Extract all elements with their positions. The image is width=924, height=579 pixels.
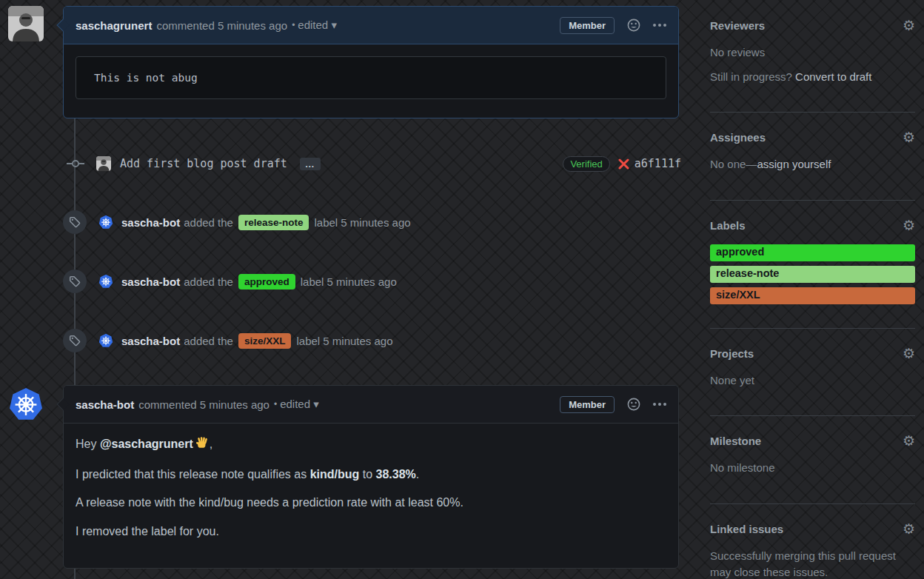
comment-timestamp[interactable]: commented 5 minutes ago — [138, 398, 270, 411]
tag-icon — [69, 275, 81, 287]
code-block: This is not abug — [76, 56, 666, 99]
event-text: added the — [184, 216, 233, 229]
member-badge: Member — [560, 17, 615, 34]
milestone-title: Milestone — [710, 435, 761, 447]
projects-title: Projects — [710, 347, 754, 360]
comment-saschagrunert: saschagrunert commented 5 minutes ago • … — [63, 6, 679, 118]
event-time-text: label 5 minutes ago — [314, 216, 410, 229]
dot-separator: • — [274, 399, 277, 409]
comment-body: Hey @saschagrunert, I predicted that thi… — [64, 424, 678, 563]
event-text: added the — [184, 335, 233, 347]
kebab-icon — [658, 403, 661, 406]
comment-header: saschagrunert commented 5 minutes ago • … — [64, 7, 678, 44]
convert-to-draft-link[interactable]: Convert to draft — [795, 70, 871, 83]
avatar-sascha-bot[interactable] — [8, 386, 44, 422]
event-actor-link[interactable]: sascha-bot — [121, 275, 180, 288]
sidebar-label-size-xxl[interactable]: size/XXL — [710, 287, 915, 304]
comment-sascha-bot: sascha-bot commented 5 minutes ago • edi… — [63, 385, 679, 569]
gear-icon[interactable]: ⚙ — [903, 347, 915, 361]
comment-timestamp[interactable]: commented 5 minutes ago — [156, 19, 287, 32]
status-failed-x-icon[interactable] — [618, 158, 629, 170]
event-time-text: label 5 minutes ago — [296, 335, 392, 347]
event-text: added the — [184, 275, 233, 288]
gear-icon[interactable]: ⚙ — [903, 130, 915, 144]
kebab-icon — [658, 24, 661, 27]
avatar-saschagrunert[interactable] — [8, 6, 44, 41]
smiley-icon — [627, 19, 640, 32]
gear-icon[interactable]: ⚙ — [903, 522, 915, 536]
comment-options-button[interactable] — [653, 403, 666, 406]
member-badge: Member — [560, 396, 615, 413]
sidebar-section-reviewers: Reviewers ⚙ No reviews Still in progress… — [710, 0, 915, 113]
projects-empty-text: None yet — [710, 372, 915, 389]
sidebar-section-assignees: Assignees ⚙ No one—assign yourself — [710, 113, 915, 201]
timeline-event-label-added: sascha-bot added the release-note label … — [63, 210, 681, 234]
commit-sha-link[interactable]: a6f111f — [635, 157, 681, 170]
event-actor-link[interactable]: sascha-bot — [121, 216, 180, 229]
labels-title: Labels — [710, 219, 746, 232]
assign-yourself-link[interactable]: assign yourself — [757, 158, 831, 170]
timeline-event-label-added: sascha-bot added the size/XXL label 5 mi… — [63, 329, 681, 352]
event-time-text: label 5 minutes ago — [301, 275, 397, 288]
sidebar-label-approved[interactable]: approved — [710, 244, 915, 261]
event-icon-circle — [63, 210, 87, 234]
comment-caret — [57, 398, 70, 411]
smiley-icon — [627, 398, 640, 411]
add-reaction-button[interactable] — [627, 398, 640, 411]
linked-issues-desc: Successfully merging this pull request m… — [710, 548, 915, 579]
comment-header: sascha-bot commented 5 minutes ago • edi… — [64, 386, 678, 424]
comment-body: This is not abug — [64, 44, 678, 111]
reviewers-title: Reviewers — [710, 19, 765, 32]
gear-icon[interactable]: ⚙ — [903, 434, 915, 448]
commit-author-avatar[interactable] — [96, 156, 111, 171]
comment-paragraph: I removed the label for you. — [76, 523, 666, 540]
event-icon-circle — [63, 270, 87, 293]
draft-hint: Still in progress? Convert to draft — [710, 69, 915, 86]
milestone-empty-text: No milestone — [710, 460, 915, 477]
sidebar-section-milestone: Milestone ⚙ No milestone — [710, 416, 915, 504]
sidebar: Reviewers ⚙ No reviews Still in progress… — [710, 0, 915, 579]
git-commit-icon — [63, 158, 88, 170]
sidebar-section-projects: Projects ⚙ None yet — [710, 329, 915, 417]
gear-icon[interactable]: ⚙ — [903, 218, 915, 232]
tag-icon — [69, 335, 81, 347]
event-icon-circle — [63, 329, 87, 352]
add-reaction-button[interactable] — [627, 19, 640, 32]
comment-options-button[interactable] — [653, 24, 666, 27]
event-actor-link[interactable]: sascha-bot — [121, 335, 180, 347]
bot-avatar[interactable] — [98, 274, 113, 289]
reviewers-empty-text: No reviews — [710, 44, 915, 61]
person-avatar-image — [8, 6, 44, 41]
sidebar-section-labels: Labels ⚙ approved release-note size/XXL — [710, 201, 915, 329]
mention-link[interactable]: @saschagrunert — [100, 438, 193, 450]
dot-separator: • — [292, 20, 295, 30]
label-pill[interactable]: approved — [238, 274, 295, 290]
edited-dropdown[interactable]: edited ▾ — [280, 398, 319, 411]
comment-paragraph: A release note with the kind/bug needs a… — [76, 494, 666, 511]
tag-icon — [69, 216, 81, 228]
timeline-event-label-added: sascha-bot added the approved label 5 mi… — [63, 270, 681, 293]
sidebar-section-linked-issues: Linked issues ⚙ Successfully merging thi… — [710, 504, 915, 579]
sidebar-label-release-note[interactable]: release-note — [710, 266, 915, 283]
person-avatar-image — [96, 156, 111, 171]
verified-badge[interactable]: Verified — [563, 156, 609, 172]
commit-expander-button[interactable]: … — [300, 158, 321, 170]
comment-caret — [57, 19, 70, 32]
commit-message-link[interactable]: Add first blog post draft — [120, 157, 287, 170]
bold-text: 38.38% — [376, 468, 416, 481]
bot-avatar[interactable] — [98, 333, 113, 348]
bot-avatar[interactable] — [98, 215, 113, 230]
wave-emoji-icon — [195, 436, 210, 455]
assignees-empty-text: No one—assign yourself — [710, 156, 915, 173]
bold-text: kind/bug — [310, 468, 360, 481]
comment-paragraph: I predicted that this release note quali… — [76, 466, 666, 483]
comment-author-link[interactable]: sascha-bot — [76, 398, 134, 411]
gear-icon[interactable]: ⚙ — [903, 19, 915, 33]
comment-paragraph: Hey @saschagrunert, — [76, 435, 666, 455]
label-pill[interactable]: size/XXL — [238, 333, 292, 349]
edited-dropdown[interactable]: edited ▾ — [298, 19, 337, 32]
linked-issues-title: Linked issues — [710, 523, 783, 535]
comment-author-link[interactable]: saschagrunert — [76, 19, 152, 32]
commit-row: Add first blog post draft … Verified a6f… — [63, 153, 681, 175]
label-pill[interactable]: release-note — [238, 215, 309, 230]
